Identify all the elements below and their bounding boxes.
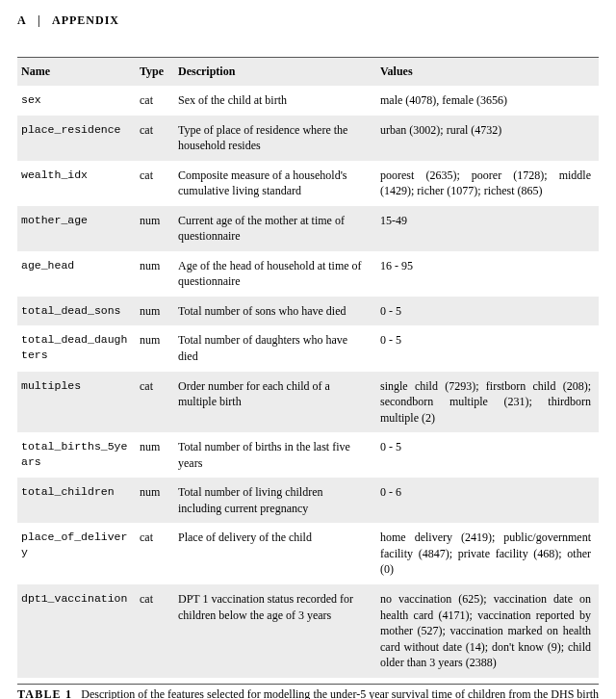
heading-letter: A	[17, 13, 26, 27]
cell-type: num	[136, 432, 174, 478]
table-row: place_residencecatType of place of resid…	[17, 116, 599, 161]
cell-description: Composite measure of a household's cumul…	[174, 161, 376, 206]
cell-description: DPT 1 vaccination status recorded for ch…	[174, 584, 376, 678]
cell-values: single child (7293); firstborn child (20…	[376, 372, 599, 433]
cell-type: cat	[136, 372, 174, 433]
header-description: Description	[174, 58, 376, 87]
features-table: Name Type Description Values sexcatSex o…	[17, 57, 599, 678]
header-name: Name	[17, 58, 136, 87]
cell-values: urban (3002); rural (4732)	[376, 116, 599, 161]
cell-values: no vaccination (625); vaccination date o…	[376, 584, 599, 678]
cell-name: place_of_delivery	[17, 523, 136, 584]
cell-values: 0 - 5	[376, 325, 599, 371]
cell-name: total_children	[17, 478, 136, 523]
cell-description: Place of delivery of the child	[174, 523, 376, 584]
cell-description: Total number of sons who have died	[174, 297, 376, 326]
cell-description: Total number of daughters who have died	[174, 325, 376, 371]
table-row: total_births_5yearsnumTotal number of bi…	[17, 432, 599, 478]
appendix-heading: A | APPENDIX	[17, 13, 599, 28]
cell-values: 0 - 6	[376, 478, 599, 523]
cell-description: Type of place of residence where the hou…	[174, 116, 376, 161]
cell-values: 0 - 5	[376, 297, 599, 326]
table-row: age_headnumAge of the head of household …	[17, 251, 599, 297]
cell-values: 16 - 95	[376, 251, 599, 297]
table-header-row: Name Type Description Values	[17, 58, 599, 87]
cell-name: total_dead_daughters	[17, 325, 136, 371]
table-row: total_dead_daughtersnumTotal number of d…	[17, 325, 599, 371]
cell-type: cat	[136, 523, 174, 584]
cell-description: Total number of births in the last five …	[174, 432, 376, 478]
table-row: mother_agenumCurrent age of the mother a…	[17, 206, 599, 251]
cell-name: total_births_5years	[17, 432, 136, 478]
cell-name: multiples	[17, 372, 136, 433]
cell-values: home delivery (2419); public/government …	[376, 523, 599, 584]
cell-description: Sex of the child at birth	[174, 86, 376, 116]
cell-name: place_residence	[17, 116, 136, 161]
table-caption: TABLE 1 Description of the features sele…	[17, 684, 599, 699]
caption-label: TABLE 1	[17, 687, 72, 699]
table-row: sexcatSex of the child at birthmale (407…	[17, 86, 599, 116]
header-values: Values	[376, 58, 599, 87]
cell-type: cat	[136, 116, 174, 161]
heading-text: APPENDIX	[52, 13, 119, 27]
table-row: total_childrennumTotal number of living …	[17, 478, 599, 523]
cell-name: total_dead_sons	[17, 297, 136, 326]
table-row: place_of_deliverycatPlace of delivery of…	[17, 523, 599, 584]
cell-type: cat	[136, 86, 174, 116]
table-row: wealth_idxcatComposite measure of a hous…	[17, 161, 599, 206]
table-row: dpt1_vaccinationcatDPT 1 vaccination sta…	[17, 584, 599, 678]
table-row: multiplescatOrder number for each child …	[17, 372, 599, 433]
cell-values: poorest (2635); poorer (1728); middle (1…	[376, 161, 599, 206]
cell-type: num	[136, 297, 174, 326]
cell-name: wealth_idx	[17, 161, 136, 206]
cell-name: mother_age	[17, 206, 136, 251]
cell-description: Current age of the mother at time of que…	[174, 206, 376, 251]
cell-type: num	[136, 478, 174, 523]
cell-description: Order number for each child of a multipl…	[174, 372, 376, 433]
cell-type: cat	[136, 584, 174, 678]
cell-description: Total number of living children includin…	[174, 478, 376, 523]
cell-name: age_head	[17, 251, 136, 297]
cell-type: num	[136, 251, 174, 297]
cell-type: num	[136, 206, 174, 251]
cell-description: Age of the head of household at time of …	[174, 251, 376, 297]
cell-values: male (4078), female (3656)	[376, 86, 599, 116]
table-row: total_dead_sonsnumTotal number of sons w…	[17, 297, 599, 326]
caption-text: Description of the features selected for…	[17, 687, 599, 699]
heading-separator: |	[38, 13, 41, 27]
cell-values: 15-49	[376, 206, 599, 251]
cell-values: 0 - 5	[376, 432, 599, 478]
header-type: Type	[136, 58, 174, 87]
cell-type: num	[136, 325, 174, 371]
cell-name: dpt1_vaccination	[17, 584, 136, 678]
cell-type: cat	[136, 161, 174, 206]
cell-name: sex	[17, 86, 136, 116]
